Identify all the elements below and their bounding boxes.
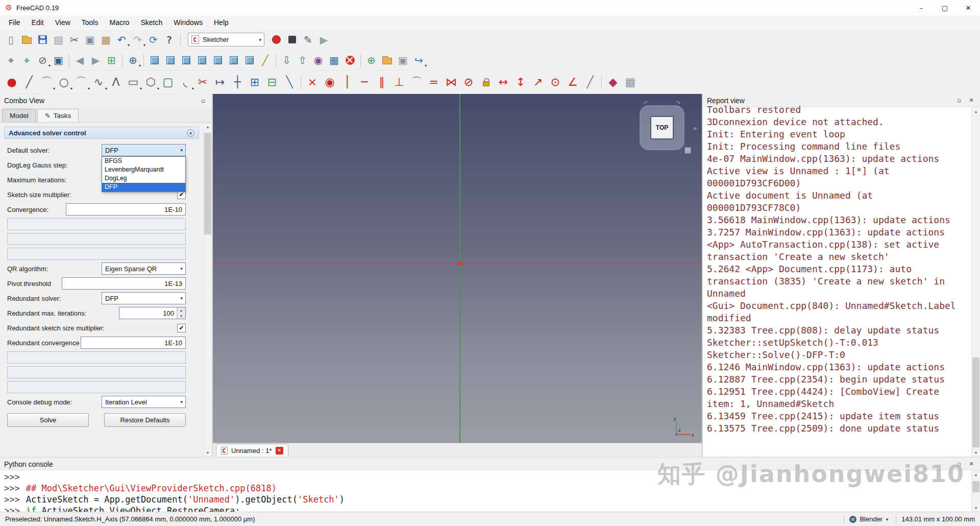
nav-back-button[interactable]: ◀: [72, 52, 88, 68]
constrain-equal-button[interactable]: =: [425, 74, 443, 91]
nav-up-arrow-icon[interactable]: ▲: [660, 107, 664, 114]
macro-execute-button[interactable]: ▶: [316, 32, 332, 47]
measure-distance-button[interactable]: ╱: [257, 52, 273, 68]
open-file-button[interactable]: [19, 32, 35, 47]
create-slot-button[interactable]: ▢: [159, 74, 177, 91]
navcube-top-face[interactable]: TOP: [650, 116, 674, 139]
constrain-radius-button[interactable]: ⊙: [547, 74, 564, 91]
nav-left-arrow-icon[interactable]: ◀: [643, 125, 647, 131]
nav-down-arrow-icon[interactable]: ▼: [660, 141, 664, 148]
advanced-solver-header[interactable]: Advanced solver control ∧: [4, 127, 199, 139]
constrain-snells-law-button[interactable]: ╱: [581, 74, 599, 91]
combo-view-scrollbar[interactable]: ▴ ▾: [203, 123, 212, 457]
python-console-scrollbar[interactable]: ▴ ▾: [971, 470, 980, 512]
python-console-input[interactable]: >>> >>>## Mod\Sketcher\Gui\ViewProviderS…: [0, 470, 971, 512]
constrain-tangent-button[interactable]: ⌒: [408, 74, 425, 91]
create-circle-button[interactable]: ○ ▾: [55, 74, 72, 91]
view-right-button[interactable]: [194, 52, 210, 68]
menu-help[interactable]: Help: [208, 17, 234, 28]
new-file-button[interactable]: ▯: [3, 32, 19, 47]
pivot-threshold-input[interactable]: 1E-13: [62, 277, 186, 290]
sketch-v-axis[interactable]: [459, 94, 460, 443]
constrain-parallel-button[interactable]: ∥: [373, 74, 390, 91]
export-view-button[interactable]: ⇧: [295, 52, 310, 68]
scrollbar-track[interactable]: [972, 115, 980, 448]
scroll-down-icon[interactable]: ▾: [972, 504, 980, 512]
create-fillet-button[interactable]: ◟ ▾: [177, 74, 194, 91]
nav-right-arrow-icon[interactable]: ▶: [677, 125, 681, 131]
create-conic-button[interactable]: ⌒ ▾: [72, 74, 90, 91]
sketch-origin-point[interactable]: [458, 261, 462, 266]
print-button[interactable]: ▤: [51, 32, 66, 47]
scrollbar-thumb[interactable]: [972, 357, 979, 447]
tab-model[interactable]: Model: [2, 109, 36, 122]
float-panel-icon[interactable]: ▫: [954, 460, 964, 469]
spin-down-icon[interactable]: ▾: [177, 313, 185, 319]
view-top-button[interactable]: [178, 52, 194, 68]
float-panel-icon[interactable]: ▫: [199, 96, 208, 105]
tab-tasks[interactable]: ✎ Tasks: [37, 109, 79, 122]
convergence-input[interactable]: 1E-10: [66, 203, 186, 216]
create-polyline-button[interactable]: Λ: [107, 74, 125, 91]
constrain-symmetric-button[interactable]: ⋈: [443, 74, 460, 91]
constrain-horizontal-button[interactable]: ─: [356, 74, 373, 91]
constrain-vertical-button[interactable]: │: [338, 74, 356, 91]
paste-button[interactable]: ▦: [98, 32, 114, 47]
solver-option[interactable]: LevenbergMarquardt: [102, 165, 185, 174]
toggle-driving-constraint-button[interactable]: ◆: [604, 74, 622, 91]
scene-inspector-button[interactable]: ◉: [310, 52, 326, 68]
create-bspline-button[interactable]: ∿ ▾: [90, 74, 107, 91]
nav-forward-button[interactable]: ▶: [88, 52, 104, 68]
save-button[interactable]: [35, 32, 51, 47]
view-bottom-button[interactable]: [226, 52, 241, 68]
undo-button[interactable]: ↶ ▾: [114, 32, 130, 47]
redundant-convergence-input[interactable]: 1E-10: [81, 337, 186, 349]
link-actions-button[interactable]: ↪ ▾: [411, 52, 427, 68]
fit-all-button[interactable]: ⌖: [3, 52, 19, 68]
create-arc-button[interactable]: ⌒ ▾: [38, 74, 55, 91]
spin-up-icon[interactable]: ▴: [177, 307, 185, 313]
redundant-solver-combobox[interactable]: DFP ▾: [102, 292, 186, 304]
console-debug-mode-combobox[interactable]: Iteration Level ▾: [102, 396, 186, 408]
constrain-lock-button[interactable]: [477, 74, 495, 91]
view-left-button[interactable]: [241, 52, 257, 68]
solver-option[interactable]: DFP: [102, 183, 185, 192]
menu-sketch[interactable]: Sketch: [135, 17, 168, 28]
redundant-max-iterations-spinner[interactable]: 100 ▴ ▾: [119, 307, 186, 319]
constrain-point-on-object-button[interactable]: ◉: [321, 74, 338, 91]
stop-loading-button[interactable]: [342, 52, 358, 68]
qr-algorithm-combobox[interactable]: Eigen Sparse QR ▾: [102, 262, 186, 275]
redo-button[interactable]: ↷ ▾: [130, 32, 145, 47]
view-isometric-button[interactable]: [146, 52, 162, 68]
scrollbar-thumb[interactable]: [204, 133, 211, 234]
restore-defaults-button[interactable]: Restore Defaults: [104, 413, 186, 427]
close-panel-icon[interactable]: ✕: [967, 460, 976, 469]
scroll-up-icon[interactable]: ▴: [972, 107, 980, 115]
scroll-up-icon[interactable]: ▴: [204, 123, 212, 131]
navigation-cube[interactable]: ↶ ↷ ◀ ▶ ▲ ▼ TOP ▸: [640, 105, 684, 150]
menu-windows[interactable]: Windows: [168, 17, 208, 28]
rotate-left-icon[interactable]: ↶: [643, 100, 648, 107]
macro-edit-button[interactable]: ✎: [300, 32, 316, 47]
scrollbar-track[interactable]: [972, 479, 980, 504]
draw-style-button[interactable]: ⊘ ▾: [35, 52, 51, 68]
maximize-button[interactable]: ▢: [933, 0, 957, 15]
toggle-active-constraint-button[interactable]: ▦: [622, 74, 639, 91]
sync-view-button[interactable]: ▣: [51, 52, 66, 68]
default-solver-combobox[interactable]: DFP ▾ BFGS LevenbergMarquardt Dog: [102, 144, 186, 156]
solve-button[interactable]: Solve: [7, 413, 89, 427]
extend-edge-button[interactable]: ↦: [211, 74, 229, 91]
menu-macro[interactable]: Macro: [104, 17, 135, 28]
mini-cube-icon[interactable]: [684, 147, 691, 154]
3d-viewport[interactable]: ↶ ↷ ◀ ▶ ▲ ▼ TOP ▸ y x z: [213, 94, 702, 443]
scroll-down-icon[interactable]: ▾: [204, 448, 212, 457]
redundant-sketch-size-multiplier-checkbox[interactable]: ✔: [177, 324, 186, 332]
menu-file[interactable]: File: [3, 17, 26, 28]
workbench-selector[interactable]: Sketcher ▾: [188, 33, 264, 46]
report-view-scrollbar[interactable]: ▴ ▾: [971, 107, 980, 457]
create-line-button[interactable]: ╱: [20, 74, 38, 91]
cut-button[interactable]: ✂: [66, 32, 82, 47]
carbon-copy-button[interactable]: ⊟: [263, 74, 281, 91]
minimize-button[interactable]: –: [910, 0, 933, 15]
make-group-button[interactable]: [379, 52, 395, 68]
